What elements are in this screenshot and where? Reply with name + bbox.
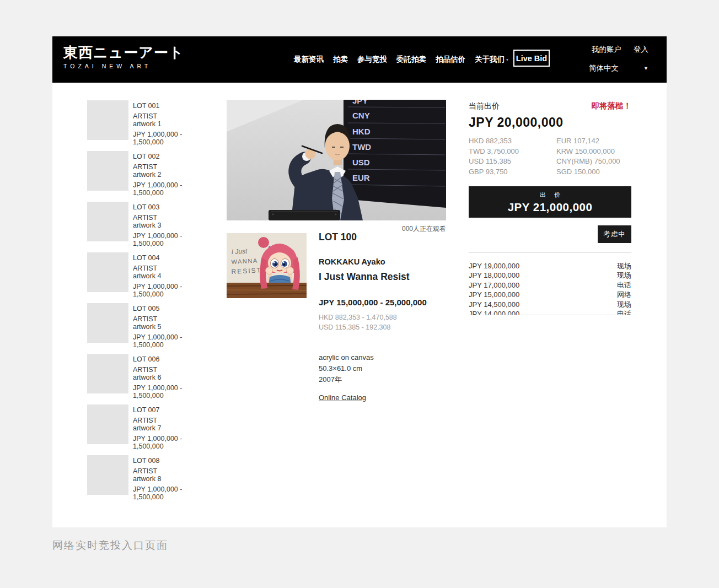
lot-title: artwork 8: [133, 475, 214, 483]
bid-history-row: JPY 15,000,000 网络: [469, 290, 631, 299]
lot-list-item-004[interactable]: LOT 004 ARTIST artwork 4 JPY 1,000,000 -…: [87, 252, 214, 292]
lot-title: artwork 2: [133, 171, 214, 179]
conversion: CNY(RMB) 750,000: [556, 157, 620, 167]
lot-thumbnail: [87, 455, 128, 495]
lot-text: LOT 002 ARTIST artwork 2 JPY 1,000,000 -…: [133, 151, 214, 191]
lot-number: LOT 001: [133, 102, 214, 110]
lot-title: artwork 1: [133, 120, 214, 128]
lot-artist: ARTIST: [133, 417, 214, 424]
detail-estimate-usd: USD 115,385 - 192,308: [319, 322, 462, 332]
lot-text: LOT 008 ARTIST artwork 8 JPY 1,000,000 -…: [133, 455, 214, 495]
screen-currency-partial: JPY: [352, 100, 368, 105]
bid-history-row: JPY 17,000,000 电话: [469, 280, 631, 290]
bid-history-row: JPY 19,000,000 现场: [469, 261, 631, 271]
detail-year: 2007年: [319, 374, 462, 385]
screen-currency: TWD: [352, 142, 371, 152]
lot-title: artwork 5: [133, 323, 214, 331]
site-logo[interactable]: 東西ニューアート TOZAI NEW ART: [63, 44, 184, 69]
lot-text: LOT 003 ARTIST artwork 3 JPY 1,000,000 -…: [133, 202, 214, 241]
divider: [469, 315, 631, 315]
lot-artist: ARTIST: [133, 467, 214, 475]
place-bid-button[interactable]: 出 价 JPY 21,000,000: [469, 186, 631, 218]
lot-number: LOT 007: [133, 406, 214, 414]
chevron-down-icon: ▾: [506, 57, 508, 62]
conversion: HKD 882,353: [469, 136, 556, 147]
conversions-left: HKD 882,353 TWD 3,750,000 USD 115,385 GB…: [469, 136, 556, 177]
lot-title: artwork 7: [133, 424, 214, 432]
currency-screen: JPY CNY HKD TWD USD EUR: [344, 100, 446, 208]
lot-text: LOT 007 ARTIST artwork 7 JPY 1,000,000 -…: [133, 404, 214, 444]
lot-artist: ARTIST: [133, 163, 214, 171]
lot-estimate: JPY 1,000,000 - 1,500,000: [133, 181, 214, 197]
lot-number: LOT 002: [133, 153, 214, 160]
bid-panel: 当前出价 即将落槌！ JPY 20,000,000 HKD 882,353 TW…: [469, 101, 631, 315]
logo-sub-text: TOZAI NEW ART: [63, 63, 184, 69]
conversion: SGD 150,000: [556, 167, 620, 177]
detail-estimate-hkd: HKD 882,353 - 1,470,588: [319, 312, 462, 322]
lot-list-item-008[interactable]: LOT 008 ARTIST artwork 8 JPY 1,000,000 -…: [87, 455, 214, 495]
lot-thumbnail: [87, 404, 128, 444]
language-caret-icon[interactable]: ▼: [643, 66, 648, 71]
lot-list-item-003[interactable]: LOT 003 ARTIST artwork 3 JPY 1,000,000 -…: [87, 202, 214, 241]
bid-history: JPY 19,000,000 现场 JPY 18,000,000 现场 JPY …: [469, 253, 631, 315]
nav-item-consign[interactable]: 委託拍卖: [396, 55, 426, 64]
nav-item-auctions[interactable]: 拍卖: [333, 55, 348, 64]
lot-detail: LOT 100 ROKKAKU Ayako I Just Wanna Resis…: [319, 231, 462, 402]
nav-item-label: 最新资讯: [294, 55, 324, 64]
lot-estimate: JPY 1,000,000 - 1,500,000: [133, 283, 214, 298]
detail-lot-number: LOT 100: [319, 231, 462, 243]
bid-button-label: 出 价: [536, 191, 564, 199]
live-bid-button[interactable]: Live Bid: [513, 50, 550, 67]
lot-artist: ARTIST: [133, 265, 214, 272]
my-account-link[interactable]: 我的账户: [592, 45, 621, 55]
lot-thumbnail: [87, 252, 128, 292]
conversions-right: EUR 107,142 KRW 150,000,000 CNY(RMB) 750…: [556, 136, 620, 177]
lot-estimate: JPY 1,000,000 - 1,500,000: [133, 333, 214, 349]
bid-amount: JPY 17,000,000: [469, 280, 519, 290]
bid-source: 现场: [617, 271, 631, 280]
lot-number: LOT 004: [133, 254, 214, 262]
screen-currency: CNY: [352, 111, 370, 120]
login-link[interactable]: 登入: [634, 45, 648, 55]
detail-size: 50.3×61.0 cm: [319, 363, 462, 374]
lot-number: LOT 005: [133, 305, 214, 312]
current-bid-amount: JPY 20,000,000: [469, 115, 631, 130]
bid-amount: JPY 14,500,000: [469, 300, 519, 309]
nav-item-news[interactable]: 最新资讯: [294, 55, 324, 64]
artwork-image[interactable]: I Just WANNA RESIST: [227, 233, 307, 298]
nav-item-label: 拍品估价: [436, 55, 465, 64]
lot-thumbnail: [87, 303, 128, 343]
detail-medium: acrylic on canvas: [319, 352, 462, 363]
lot-list-item-005[interactable]: LOT 005 ARTIST artwork 5 JPY 1,000,000 -…: [87, 303, 214, 343]
language-selector[interactable]: 简体中文: [589, 63, 619, 73]
lot-text: LOT 004 ARTIST artwork 4 JPY 1,000,000 -…: [133, 252, 214, 292]
auction-room-photo: JPY CNY HKD TWD USD EUR: [227, 100, 446, 220]
lot-list-item-002[interactable]: LOT 002 ARTIST artwork 2 JPY 1,000,000 -…: [87, 151, 214, 191]
lot-list: LOT 001 ARTIST artwork 1 JPY 1,000,000 -…: [87, 100, 214, 506]
logo-main-text: 東西ニューアート: [63, 44, 184, 61]
artwork-text-line3: RESIST: [231, 266, 262, 276]
lot-list-item-007[interactable]: LOT 007 ARTIST artwork 7 JPY 1,000,000 -…: [87, 404, 214, 444]
nav-item-label: 委託拍卖: [396, 55, 426, 64]
considering-button[interactable]: 考虑中: [598, 225, 631, 243]
lot-list-item-001[interactable]: LOT 001 ARTIST artwork 1 JPY 1,000,000 -…: [87, 100, 214, 140]
lot-thumbnail: [87, 202, 128, 241]
lot-thumbnail: [87, 354, 128, 393]
bid-source: 现场: [617, 261, 631, 271]
nav-item-bidding[interactable]: 参与竞投: [357, 55, 387, 64]
nav-item-label: 拍卖: [333, 55, 348, 64]
conversion: EUR 107,142: [556, 136, 620, 147]
online-catalog-link[interactable]: Online Catalog: [319, 393, 366, 402]
lot-title: artwork 6: [133, 374, 214, 381]
lot-text: LOT 006 ARTIST artwork 6 JPY 1,000,000 -…: [133, 354, 214, 393]
lot-title: artwork 3: [133, 222, 214, 229]
bid-history-row: JPY 14,000,000 电话: [469, 309, 631, 315]
bid-history-row: JPY 18,000,000 现场: [469, 271, 631, 280]
lot-thumbnail: [87, 100, 128, 140]
artwork-text-line1: I Just: [231, 247, 248, 256]
lot-estimate: JPY 1,000,000 - 1,500,000: [133, 384, 214, 400]
lot-thumbnail: [87, 151, 128, 191]
nav-item-valuation[interactable]: 拍品估价: [436, 55, 465, 64]
lot-list-item-006[interactable]: LOT 006 ARTIST artwork 6 JPY 1,000,000 -…: [87, 354, 214, 393]
nav-item-about[interactable]: 关于我们 ▾: [475, 55, 508, 64]
